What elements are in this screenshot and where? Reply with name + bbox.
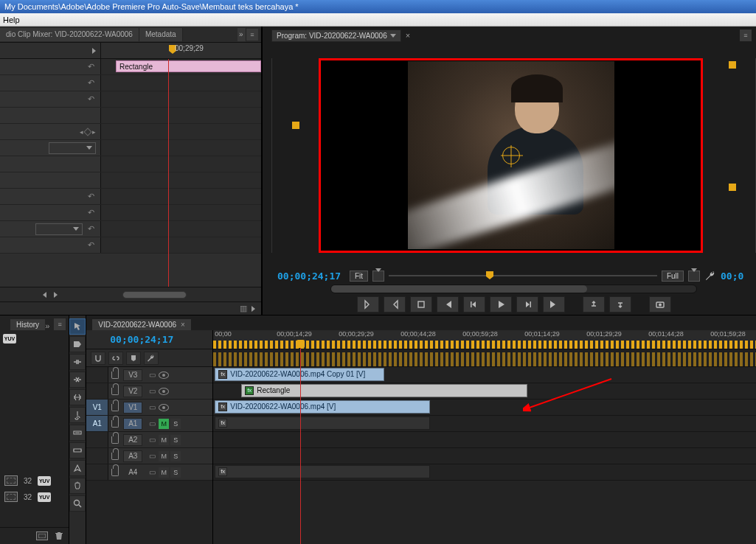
rolling-edit-tool[interactable] bbox=[69, 372, 86, 388]
marker-icon[interactable] bbox=[729, 61, 736, 69]
program-tab[interactable]: Program: VID-20200622-WA0006 bbox=[271, 29, 401, 42]
track-header-v3[interactable]: V3 ▭ bbox=[86, 367, 212, 383]
ec-clip-rectangle[interactable]: Rectangle bbox=[116, 60, 261, 72]
sync-lock-icon[interactable]: ▭ bbox=[147, 435, 157, 445]
zoom-fit-dropdown[interactable]: Fit bbox=[350, 271, 368, 282]
in-marker-icon[interactable] bbox=[292, 122, 299, 129]
rate-stretch-tool[interactable] bbox=[69, 389, 86, 405]
play-icon[interactable] bbox=[92, 48, 96, 54]
lock-icon[interactable] bbox=[111, 436, 119, 444]
clip-v3[interactable]: fx VID-20200622-WA0006.mp4 Copy 01 [V] bbox=[215, 368, 384, 381]
track-toggle-v1[interactable]: V1 bbox=[123, 402, 142, 414]
lock-icon[interactable] bbox=[111, 404, 119, 411]
clip-a4[interactable]: fx bbox=[215, 465, 430, 478]
tab-metadata[interactable]: Metadata bbox=[139, 28, 183, 41]
lock-icon[interactable] bbox=[111, 388, 119, 395]
track-a2[interactable] bbox=[213, 432, 756, 448]
solo-button[interactable]: S bbox=[170, 451, 181, 461]
clip-v1[interactable]: fx VID-20200622-WA0006.mp4 [V] bbox=[215, 400, 430, 414]
linked-selection-button[interactable] bbox=[108, 352, 123, 365]
go-to-out-button[interactable] bbox=[543, 296, 565, 313]
track-toggle-a3[interactable]: A3 bbox=[123, 450, 142, 462]
snap-button[interactable] bbox=[91, 352, 105, 365]
eye-icon[interactable] bbox=[159, 404, 169, 411]
lock-icon[interactable] bbox=[111, 372, 119, 379]
track-a3[interactable] bbox=[213, 448, 756, 464]
ec-horizontal-scrollbar[interactable] bbox=[122, 291, 187, 299]
reset-icon[interactable]: ↶ bbox=[86, 78, 96, 88]
track-header-a2[interactable]: A2 ▭ M S bbox=[86, 432, 212, 448]
source-patch-a1[interactable]: A1 bbox=[86, 416, 108, 431]
resolution-arrow[interactable] bbox=[688, 271, 700, 282]
resolution-dropdown[interactable]: Full bbox=[662, 271, 684, 282]
sync-lock-icon[interactable]: ▭ bbox=[147, 402, 157, 413]
reset-icon[interactable]: ↶ bbox=[86, 94, 96, 105]
source-patch-v1[interactable]: V1 bbox=[86, 400, 108, 415]
settings-wrench-icon[interactable] bbox=[704, 270, 716, 282]
close-icon[interactable]: × bbox=[181, 321, 185, 329]
trash-icon[interactable] bbox=[54, 531, 64, 541]
track-toggle-a4[interactable]: A4 bbox=[123, 467, 142, 478]
track-header-a4[interactable]: A4 ▭ M S bbox=[86, 464, 212, 481]
play-button[interactable] bbox=[490, 296, 512, 313]
keyframe-nav[interactable]: ◂ ▸ bbox=[80, 128, 96, 136]
zoom-tool[interactable] bbox=[69, 495, 86, 512]
step-back-button[interactable] bbox=[463, 296, 485, 313]
track-a4[interactable]: fx bbox=[213, 464, 756, 481]
tab-close-icon[interactable]: × bbox=[406, 31, 410, 40]
clip-v2-rectangle[interactable]: fx Rectangle bbox=[241, 384, 527, 397]
panel-menu-icon[interactable]: ≡ bbox=[740, 29, 752, 41]
step-forward-button[interactable] bbox=[516, 296, 538, 313]
ec-play-icon[interactable] bbox=[252, 306, 255, 312]
program-current-timecode[interactable]: 00;00;24;17 bbox=[277, 271, 345, 282]
track-toggle-a1[interactable]: A1 bbox=[123, 418, 142, 430]
sequence-tab[interactable]: VID-20200622-WA0006× bbox=[92, 319, 191, 330]
track-a1[interactable]: fx bbox=[213, 416, 756, 432]
sync-lock-icon[interactable]: ▭ bbox=[147, 467, 157, 478]
scroll-right-icon[interactable] bbox=[54, 292, 58, 298]
track-header-a1[interactable]: A1 A1 ▭ M S bbox=[86, 416, 212, 432]
tab-overflow[interactable]: » bbox=[237, 28, 246, 41]
mute-button[interactable]: M bbox=[159, 467, 169, 478]
track-toggle-v3[interactable]: V3 bbox=[123, 369, 142, 381]
track-header-v2[interactable]: V2 ▭ bbox=[86, 383, 212, 400]
extract-button[interactable] bbox=[609, 296, 631, 313]
reset-icon[interactable]: ↶ bbox=[86, 62, 96, 72]
panel-menu-icon[interactable]: ≡ bbox=[246, 29, 258, 41]
timeline-ruler[interactable]: 00;0000;00;14;2900;00;29;2900;00;44;2800… bbox=[213, 330, 756, 349]
program-monitor[interactable] bbox=[319, 58, 703, 253]
menu-help[interactable]: Help bbox=[3, 15, 20, 24]
mute-button[interactable]: M bbox=[159, 419, 169, 429]
track-select-tool[interactable] bbox=[69, 336, 86, 352]
eye-icon[interactable] bbox=[159, 372, 169, 379]
clip-a1[interactable]: fx bbox=[215, 416, 430, 430]
reset-icon[interactable]: ↶ bbox=[86, 224, 96, 234]
zoom-fit-arrow[interactable] bbox=[372, 271, 384, 282]
lock-icon[interactable] bbox=[111, 420, 119, 428]
slip-tool[interactable] bbox=[69, 425, 86, 441]
settings-button[interactable] bbox=[144, 352, 159, 365]
mark-in-button[interactable] bbox=[357, 296, 379, 313]
tab-clip-mixer[interactable]: dio Clip Mixer: VID-20200622-WA0006 bbox=[0, 28, 139, 41]
tab-overflow-icon[interactable]: » bbox=[45, 321, 49, 330]
lift-button[interactable] bbox=[583, 296, 605, 313]
out-marker-icon[interactable] bbox=[729, 184, 736, 191]
menu-bar[interactable]: Help bbox=[0, 13, 756, 27]
export-frame-button[interactable] bbox=[649, 296, 671, 313]
lock-icon[interactable] bbox=[111, 469, 119, 476]
sync-lock-icon[interactable]: ▭ bbox=[147, 386, 157, 397]
panel-menu-icon[interactable]: ≡ bbox=[54, 318, 66, 330]
track-toggle-v2[interactable]: V2 bbox=[123, 386, 142, 397]
track-toggle-a2[interactable]: A2 bbox=[123, 434, 142, 446]
timeline-playhead[interactable] bbox=[300, 341, 301, 544]
track-header-a3[interactable]: A3 ▭ M S bbox=[86, 448, 212, 464]
timeline-zoom-bar[interactable] bbox=[330, 285, 697, 293]
thumbnail-icon[interactable] bbox=[4, 492, 18, 502]
anchor-crosshair-icon[interactable] bbox=[502, 147, 520, 164]
hand-tool[interactable] bbox=[69, 478, 86, 494]
mute-button[interactable]: M bbox=[159, 435, 169, 445]
thumbnail-icon[interactable] bbox=[4, 475, 18, 486]
sync-lock-icon[interactable]: ▭ bbox=[147, 451, 157, 461]
dropdown[interactable] bbox=[35, 223, 83, 235]
sync-lock-icon[interactable]: ▭ bbox=[147, 370, 157, 380]
